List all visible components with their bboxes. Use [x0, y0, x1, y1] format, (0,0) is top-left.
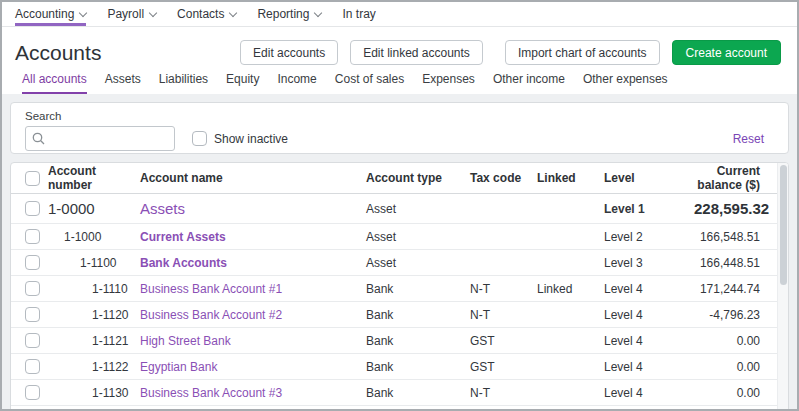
current-balance: 166,448.51	[694, 256, 760, 270]
table-row[interactable]: 1-1122 Egyptian Bank Bank GST Level 4 0.…	[11, 354, 788, 380]
edit-linked-accounts-button[interactable]: Edit linked accounts	[350, 40, 483, 65]
tab[interactable]: Other expenses	[583, 72, 668, 94]
row-checkbox[interactable]	[25, 281, 40, 296]
chevron-down-icon	[314, 8, 322, 16]
current-balance: 171,244.74	[694, 282, 760, 296]
nav-item[interactable]: Payroll	[107, 2, 156, 26]
tab[interactable]: All accounts	[22, 72, 87, 94]
tab[interactable]: Expenses	[422, 72, 475, 94]
row-checkbox[interactable]	[25, 385, 40, 400]
account-name-link[interactable]: High Street Bank	[140, 334, 231, 348]
account-type: Bank	[366, 282, 470, 296]
row-checkbox[interactable]	[25, 333, 40, 348]
tax-code: N-T	[470, 282, 537, 296]
account-number: 1-1121	[48, 334, 140, 348]
header-actions: Edit accounts Edit linked accounts Impor…	[240, 40, 781, 65]
level: Level 4	[604, 360, 694, 374]
current-balance: 0.00	[694, 334, 760, 348]
account-name: Current Assets	[140, 230, 366, 244]
account-name: High Street Bank	[140, 334, 366, 348]
nav-item-label: Payroll	[107, 7, 144, 21]
reset-link[interactable]: Reset	[733, 132, 764, 146]
table-row[interactable]: 1-1121 High Street Bank Bank GST Level 4…	[11, 328, 788, 354]
table-row[interactable]: 1-1000 Current Assets Asset Level 2 166,…	[11, 224, 788, 250]
table-row[interactable]: 1-0000 Assets Asset Level 1 228,595.32	[11, 194, 788, 224]
chevron-down-icon	[79, 8, 87, 16]
account-name: Business Bank Account #2	[140, 308, 366, 322]
search-icon	[32, 132, 45, 145]
create-account-button[interactable]: Create account	[672, 40, 781, 65]
import-chart-of-accounts-button[interactable]: Import chart of accounts	[505, 40, 660, 65]
level: Level 1	[604, 202, 694, 216]
level: Level 4	[604, 308, 694, 322]
table-row[interactable]: 1-1120 Business Bank Account #2 Bank N-T…	[11, 302, 788, 328]
nav-item[interactable]: Contacts	[177, 2, 236, 26]
account-name: Business Bank Account #1	[140, 282, 366, 296]
account-type: Bank	[366, 308, 470, 322]
tab[interactable]: Other income	[493, 72, 565, 94]
table-row[interactable]: 1-1100 Bank Accounts Asset Level 3 166,4…	[11, 250, 788, 276]
row-checkbox[interactable]	[25, 229, 40, 244]
account-type: Bank	[366, 360, 470, 374]
col-tax-code: Tax code	[470, 171, 537, 185]
current-balance: -4,796.23	[694, 308, 760, 322]
tab[interactable]: Equity	[226, 72, 259, 94]
top-nav: Accounting Payroll Contacts Reporting In…	[2, 2, 797, 27]
tab[interactable]: Assets	[105, 72, 141, 94]
current-balance: 0.00	[694, 360, 760, 374]
account-name-link[interactable]: Egyptian Bank	[140, 360, 217, 374]
account-number: 1-1130	[48, 386, 140, 400]
edit-accounts-button[interactable]: Edit accounts	[240, 40, 338, 65]
filter-panel: Search Show inactive Reset	[10, 102, 789, 154]
checkbox-box	[192, 131, 207, 146]
account-name-link[interactable]: Business Bank Account #2	[140, 308, 282, 322]
table-row[interactable]: 1-1110 Business Bank Account #1 Bank N-T…	[11, 276, 788, 302]
row-checkbox[interactable]	[25, 255, 40, 270]
nav-item[interactable]: In tray	[342, 2, 375, 26]
scrollbar-thumb[interactable]	[780, 165, 787, 285]
page-title: Accounts	[15, 41, 101, 65]
table-row[interactable]: 1-1130 Business Bank Account #3 Bank N-T…	[11, 380, 788, 406]
tax-code: N-T	[470, 308, 537, 322]
row-checkbox[interactable]	[25, 201, 40, 216]
show-inactive-checkbox[interactable]: Show inactive	[192, 131, 288, 146]
table-row[interactable]: 1-1140 Petty Cash/Cash On Hand Bank N-T …	[11, 406, 788, 411]
current-balance: 166,548.51	[694, 230, 760, 244]
account-name: Assets	[140, 200, 366, 217]
account-name-link[interactable]: Bank Accounts	[140, 256, 227, 270]
account-number: 1-1100	[48, 256, 140, 270]
account-name-link[interactable]: Assets	[140, 200, 185, 217]
tab[interactable]: Cost of sales	[335, 72, 404, 94]
tab[interactable]: Liabilities	[159, 72, 208, 94]
nav-item[interactable]: Accounting	[15, 2, 86, 26]
account-name-link[interactable]: Business Bank Account #3	[140, 386, 282, 400]
account-name-link[interactable]: Business Bank Account #1	[140, 282, 282, 296]
tax-code: GST	[470, 334, 537, 348]
search-label: Search	[25, 110, 764, 122]
chevron-down-icon	[229, 8, 237, 16]
nav-item-label: Reporting	[257, 7, 309, 21]
search-row: Show inactive Reset	[25, 126, 764, 151]
select-all-checkbox[interactable]	[25, 171, 40, 186]
nav-item[interactable]: Reporting	[257, 2, 321, 26]
account-type-tabs: All accounts Assets Liabilities Equity I…	[2, 67, 797, 94]
level: Level 4	[604, 282, 694, 296]
tax-code: GST	[470, 360, 537, 374]
row-checkbox[interactable]	[25, 307, 40, 322]
col-account-name: Account name	[140, 171, 366, 185]
search-input[interactable]	[25, 126, 175, 151]
account-type: Bank	[366, 334, 470, 348]
account-type: Asset	[366, 256, 470, 270]
vertical-scrollbar[interactable]	[777, 163, 788, 411]
row-checkbox[interactable]	[25, 359, 40, 374]
tab[interactable]: Income	[277, 72, 316, 94]
nav-item-label: Contacts	[177, 7, 224, 21]
account-number: 1-1120	[48, 308, 140, 322]
col-account-type: Account type	[366, 171, 470, 185]
show-inactive-label: Show inactive	[214, 132, 288, 146]
search-box	[25, 126, 175, 151]
col-level: Level	[604, 171, 694, 185]
tax-code: N-T	[470, 386, 537, 400]
account-name-link[interactable]: Current Assets	[140, 230, 226, 244]
app-window: Accounting Payroll Contacts Reporting In…	[0, 0, 799, 411]
